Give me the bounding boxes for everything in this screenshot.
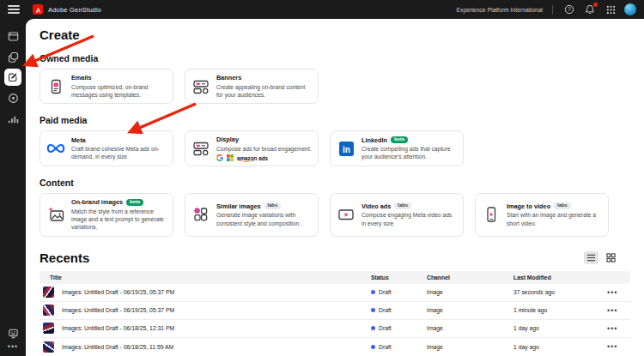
card-description: Generate image variations with consisten… xyxy=(216,211,312,227)
row-more-menu-icon[interactable]: ••• xyxy=(607,290,630,295)
row-modified: 1 day ago xyxy=(513,325,607,331)
sidebar-overview-icon[interactable] xyxy=(5,28,21,44)
app-brand: Adobe GenStudio xyxy=(33,4,101,15)
recents-table: Title Status Channel Last Modified Image… xyxy=(39,271,630,356)
card-linkedin[interactable]: in LinkedIn beta Create compelling ads t… xyxy=(330,130,464,166)
row-more-menu-icon[interactable]: ••• xyxy=(607,308,630,313)
banner-icon xyxy=(191,140,210,157)
draft-status-dot xyxy=(371,308,375,312)
card-description: Match the style from a reference image a… xyxy=(71,208,167,232)
column-last-modified: Last Modified xyxy=(513,275,607,281)
sidebar-assets-stack-icon[interactable] xyxy=(5,49,21,64)
row-status: Draft xyxy=(379,325,392,331)
svg-text:?: ? xyxy=(568,6,571,12)
card-description: Create appealing on-brand content for yo… xyxy=(216,83,312,100)
grid-view-button[interactable] xyxy=(604,251,618,264)
banner-icon xyxy=(191,78,210,95)
hamburger-menu-icon[interactable] xyxy=(8,3,20,15)
table-header: Title Status Channel Last Modified xyxy=(39,271,630,284)
list-view-button[interactable] xyxy=(584,251,598,264)
image-to-video-icon xyxy=(482,206,501,223)
card-title: On-brand images xyxy=(71,198,123,206)
row-status: Draft xyxy=(379,307,392,313)
section-paid-media: Paid media xyxy=(39,115,630,125)
card-similar-images[interactable]: Similar images labs Generate image varia… xyxy=(185,193,319,237)
row-modified: 37 seconds ago xyxy=(513,289,607,295)
row-channel: Image xyxy=(427,325,513,331)
main-panel: Create Owned media Emails Compose optimi… xyxy=(26,19,644,356)
section-content: Content xyxy=(39,178,630,188)
sidebar-insights-icon[interactable] xyxy=(5,111,21,126)
row-more-menu-icon[interactable]: ••• xyxy=(607,344,630,349)
card-title: LinkedIn xyxy=(361,136,387,144)
card-description: Start with an image and generate a short… xyxy=(507,211,602,227)
table-row[interactable]: Images: Untitled Draft - 06/19/25, 05:37… xyxy=(39,284,630,302)
column-title: Title xyxy=(39,275,371,281)
user-avatar[interactable] xyxy=(624,3,636,15)
sidebar-activation-icon[interactable] xyxy=(5,90,21,106)
on-brand-image-icon xyxy=(46,206,65,224)
divider xyxy=(552,5,553,15)
row-status: Draft xyxy=(379,289,392,295)
row-modified: 1 minute ago xyxy=(513,307,607,313)
microsoft-logo-icon xyxy=(227,154,234,161)
card-description: Compose ads for broad engagement. xyxy=(216,145,312,153)
card-title: Similar images xyxy=(216,202,261,210)
table-row[interactable]: Images: Untitled Draft - 06/19/25, 05:37… xyxy=(39,302,630,320)
draft-status-dot xyxy=(371,290,375,294)
row-status: Draft xyxy=(379,344,392,350)
column-channel: Channel xyxy=(427,275,513,281)
row-more-menu-icon[interactable]: ••• xyxy=(607,326,630,331)
section-owned-media: Owned media xyxy=(39,53,630,63)
sidebar-more-icon[interactable]: ••• xyxy=(8,344,18,349)
row-thumbnail xyxy=(43,323,54,334)
top-bar: Adobe GenStudio Experience Platform Inte… xyxy=(0,0,644,19)
sidebar-create-icon[interactable] xyxy=(5,69,21,85)
linkedin-logo-icon: in xyxy=(337,141,355,157)
card-emails[interactable]: Emails Compose optimized, on-brand messa… xyxy=(39,69,173,104)
table-row[interactable]: Images: Untitled Draft - 06/18/25, 12:31… xyxy=(39,320,630,338)
row-channel: Image xyxy=(427,307,513,313)
row-title: Images: Untitled Draft - 06/19/25, 05:37… xyxy=(62,307,174,313)
beta-badge: beta xyxy=(391,136,408,143)
card-description: Craft brand cohesive Meta ads on-demand,… xyxy=(71,145,167,161)
adobe-logo-icon xyxy=(33,4,43,15)
beta-badge: beta xyxy=(126,199,143,206)
notifications-bell-icon[interactable] xyxy=(583,3,597,16)
row-title: Images: Untitled Draft - 06/18/25, 11:59… xyxy=(62,344,173,350)
card-on-brand-images[interactable]: On-brand images beta Match the style fro… xyxy=(39,193,173,237)
app-title: Adobe GenStudio xyxy=(48,6,101,14)
card-title: Image to video xyxy=(507,202,550,210)
card-video-ads[interactable]: Video ads labs Compose engaging Meta vid… xyxy=(330,193,464,237)
meta-logo-icon xyxy=(46,139,65,158)
row-title: Images: Untitled Draft - 06/18/25, 12:31… xyxy=(62,325,174,331)
card-title: Meta xyxy=(71,136,86,144)
card-description: Create compelling ads that capture your … xyxy=(361,145,457,161)
video-ads-icon xyxy=(337,206,355,223)
draft-status-dot xyxy=(371,345,375,349)
help-icon[interactable]: ? xyxy=(562,3,576,16)
row-thumbnail xyxy=(43,341,54,353)
row-thumbnail xyxy=(43,305,54,316)
card-image-to-video[interactable]: Image to video labs Start with an image … xyxy=(475,193,609,237)
card-meta[interactable]: Meta Craft brand cohesive Meta ads on-de… xyxy=(39,130,173,166)
similar-images-icon xyxy=(191,206,210,223)
feedback-icon[interactable] xyxy=(5,325,21,341)
card-display[interactable]: Display Compose ads for broad engagement… xyxy=(185,130,319,166)
email-template-icon xyxy=(46,78,65,95)
row-channel: Image xyxy=(427,344,513,350)
card-banners[interactable]: Banners Create appealing on-brand conten… xyxy=(185,69,319,104)
row-title: Images: Untitled Draft - 06/19/25, 05:37… xyxy=(62,289,174,295)
card-title: Banners xyxy=(216,74,241,81)
card-description: Compose engaging Meta video ads in every… xyxy=(361,211,457,227)
left-sidebar: ••• xyxy=(0,19,26,356)
row-thumbnail xyxy=(43,287,54,298)
table-row[interactable]: Images: Untitled Draft - 06/18/25, 11:59… xyxy=(39,338,630,356)
svg-text:in: in xyxy=(343,144,350,154)
card-description: Compose optimized, on-brand messages usi… xyxy=(71,83,167,100)
card-title: Display xyxy=(216,136,239,143)
google-logo-icon xyxy=(216,154,223,161)
app-switcher-grid-icon[interactable] xyxy=(604,3,617,16)
row-modified: 1 day ago xyxy=(513,344,607,350)
org-name[interactable]: Experience Platform International xyxy=(457,7,544,13)
